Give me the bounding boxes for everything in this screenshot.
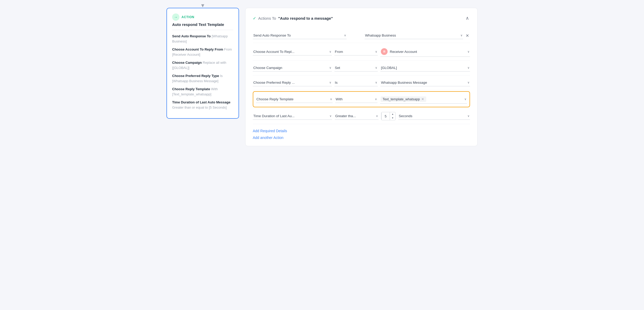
is-label: Is bbox=[335, 81, 338, 84]
from-dropdown[interactable]: From ∨ bbox=[334, 48, 378, 55]
detail-val-6: Greater than or equal to [5 Seconds] bbox=[172, 105, 227, 109]
chevron-down-icon-9: ∨ bbox=[329, 81, 331, 84]
detail-key-1: Send Auto Response To bbox=[172, 34, 211, 38]
chevron-down-icon-16: ∨ bbox=[376, 114, 378, 118]
chevron-down-icon-10: ∨ bbox=[375, 81, 377, 84]
text-template-chip: Text_template_whatsapp ✕ bbox=[381, 96, 426, 102]
collapse-button[interactable]: ∧ bbox=[465, 14, 470, 22]
check-icon: ✓ bbox=[253, 16, 256, 21]
global-label: [GLOBAL] bbox=[381, 66, 397, 70]
panel-header: ✓ Actions To "Auto respond to a message"… bbox=[253, 14, 470, 22]
panel-title-main: "Auto respond to a message" bbox=[278, 16, 333, 20]
detail-item-6: Time Duration of Last Auto Message Great… bbox=[172, 100, 233, 110]
receiver-avatar: R bbox=[381, 48, 388, 55]
time-duration-label: Time Duration of Last Au... bbox=[253, 114, 295, 118]
choose-account-label: Choose Account To Repl... bbox=[253, 50, 295, 54]
action-icon: → bbox=[172, 13, 179, 21]
time-value-container: 5 ▲ ▼ Seconds ∨ bbox=[381, 112, 470, 120]
form-row-1: Send Auto Response To ∨ Whatsapp Busines… bbox=[253, 28, 470, 43]
arrow-icon: ▼ bbox=[200, 3, 205, 9]
chevron-down-icon-1: ∨ bbox=[344, 34, 346, 37]
right-panel: ✓ Actions To "Auto respond to a message"… bbox=[245, 8, 478, 146]
time-duration-dropdown[interactable]: Time Duration of Last Au... ∨ bbox=[253, 112, 332, 120]
chevron-down-icon-12: ∨ bbox=[330, 97, 332, 101]
chevron-down-icon-2: ∨ bbox=[460, 34, 463, 37]
whatsapp-business-label: Whatsapp Business bbox=[365, 33, 396, 37]
greater-than-label: Greater tha... bbox=[335, 114, 356, 118]
receiver-account-dropdown[interactable]: R Receiver Account ∨ bbox=[380, 47, 470, 57]
detail-key-3: Choose Campaign bbox=[172, 61, 202, 65]
action-title: Auto respond Text Template bbox=[172, 22, 233, 30]
detail-key-6: Time Duration of Last Auto Message bbox=[172, 100, 230, 104]
form-row-2: Choose Account To Repl... ∨ From ∨ R Rec… bbox=[253, 43, 470, 61]
form-row-4: Choose Preferred Reply ... ∨ Is ∨ Whatsa… bbox=[253, 75, 470, 90]
chevron-down-icon-3: ∨ bbox=[329, 50, 331, 53]
detail-item-4: Choose Preferred Reply Type Is [Whatsapp… bbox=[172, 73, 233, 83]
detail-key-4: Choose Preferred Reply Type bbox=[172, 74, 219, 78]
set-dropdown[interactable]: Set ∨ bbox=[334, 64, 378, 72]
choose-campaign-dropdown[interactable]: Choose Campaign ∨ bbox=[253, 64, 332, 72]
whatsapp-business-dropdown[interactable]: Whatsapp Business ∨ bbox=[365, 32, 463, 39]
choose-preferred-reply-dropdown[interactable]: Choose Preferred Reply ... ∨ bbox=[253, 79, 332, 86]
send-auto-response-label: Send Auto Response To bbox=[253, 33, 291, 37]
detail-key-5: Choose Reply Template bbox=[172, 87, 210, 91]
chevron-down-icon-15: ∨ bbox=[330, 114, 332, 118]
chevron-down-icon-14: ∨ bbox=[464, 97, 466, 101]
chevron-down-icon-11: ∨ bbox=[467, 81, 470, 84]
detail-key-2: Choose Account To Reply From bbox=[172, 47, 223, 51]
main-container: ▼ → ACTION Auto respond Text Template Se… bbox=[166, 8, 478, 146]
send-auto-response-dropdown[interactable]: Send Auto Response To ∨ bbox=[253, 32, 347, 39]
chevron-down-icon-5: ∨ bbox=[467, 50, 470, 53]
left-action-card: ▼ → ACTION Auto respond Text Template Se… bbox=[166, 8, 239, 119]
chip-label: Text_template_whatsapp bbox=[383, 97, 420, 101]
whatsapp-message-label: Whatsapp Business Message bbox=[381, 81, 427, 84]
chevron-down-icon-13: ∨ bbox=[375, 97, 377, 101]
add-another-action-button[interactable]: Add another Action bbox=[253, 136, 470, 140]
choose-account-dropdown[interactable]: Choose Account To Repl... ∨ bbox=[253, 48, 332, 55]
bottom-links: Add Required Details Add another Action bbox=[253, 129, 470, 140]
chevron-down-icon-7: ∨ bbox=[375, 66, 377, 69]
seconds-dropdown[interactable]: Seconds ∨ bbox=[398, 112, 470, 120]
detail-item-5: Choose Reply Template With [Text_templat… bbox=[172, 87, 233, 97]
stepper-buttons: ▲ ▼ bbox=[390, 112, 395, 120]
form-row-5-highlighted: Choose Reply Template ∨ With ∨ Text_temp… bbox=[253, 91, 470, 107]
action-header: → ACTION bbox=[172, 13, 233, 21]
with-label: With bbox=[336, 97, 343, 101]
stepper-up-button[interactable]: ▲ bbox=[390, 112, 395, 116]
choose-campaign-label: Choose Campaign bbox=[253, 66, 282, 70]
panel-title: ✓ Actions To "Auto respond to a message" bbox=[253, 16, 333, 21]
template-chip-container[interactable]: Text_template_whatsapp ✕ ∨ bbox=[380, 95, 467, 104]
greater-than-dropdown[interactable]: Greater tha... ∨ bbox=[335, 112, 379, 120]
whatsapp-business-field: Whatsapp Business ∨ ✕ bbox=[365, 32, 470, 39]
detail-item-3: Choose Campaign Replace all with [[GLOBA… bbox=[172, 60, 233, 70]
chevron-down-icon-17: ∨ bbox=[467, 114, 470, 118]
stepper-value: 5 bbox=[381, 112, 390, 120]
panel-title-prefix: Actions To bbox=[258, 16, 276, 20]
whatsapp-message-dropdown[interactable]: Whatsapp Business Message ∨ bbox=[380, 79, 470, 86]
choose-preferred-reply-label: Choose Preferred Reply ... bbox=[253, 81, 295, 84]
detail-item-1: Send Auto Response To [Whatsapp Business… bbox=[172, 34, 233, 44]
with-dropdown[interactable]: With ∨ bbox=[335, 96, 377, 103]
is-dropdown[interactable]: Is ∨ bbox=[334, 79, 378, 86]
detail-item-2: Choose Account To Reply From From [Recei… bbox=[172, 47, 233, 57]
choose-reply-template-dropdown[interactable]: Choose Reply Template ∨ bbox=[256, 96, 333, 103]
chevron-down-icon-8: ∨ bbox=[467, 66, 470, 69]
global-dropdown[interactable]: [GLOBAL] ∨ bbox=[380, 64, 470, 72]
form-row-6: Time Duration of Last Au... ∨ Greater th… bbox=[253, 108, 470, 124]
action-label: ACTION bbox=[181, 15, 194, 19]
seconds-stepper[interactable]: 5 ▲ ▼ bbox=[381, 112, 396, 120]
from-label: From bbox=[335, 50, 343, 54]
chevron-down-icon-6: ∨ bbox=[329, 66, 331, 69]
chevron-down-icon-4: ∨ bbox=[375, 50, 377, 53]
seconds-label: Seconds bbox=[399, 114, 412, 118]
chip-close-icon[interactable]: ✕ bbox=[421, 97, 424, 101]
form-row-3: Choose Campaign ∨ Set ∨ [GLOBAL] ∨ bbox=[253, 61, 470, 75]
receiver-account-label: Receiver Account bbox=[390, 50, 417, 54]
set-label: Set bbox=[335, 66, 340, 70]
stepper-down-button[interactable]: ▼ bbox=[390, 116, 395, 120]
whatsapp-business-close-button[interactable]: ✕ bbox=[465, 32, 470, 39]
choose-reply-template-label: Choose Reply Template bbox=[256, 97, 293, 101]
add-required-details-button[interactable]: Add Required Details bbox=[253, 129, 470, 133]
